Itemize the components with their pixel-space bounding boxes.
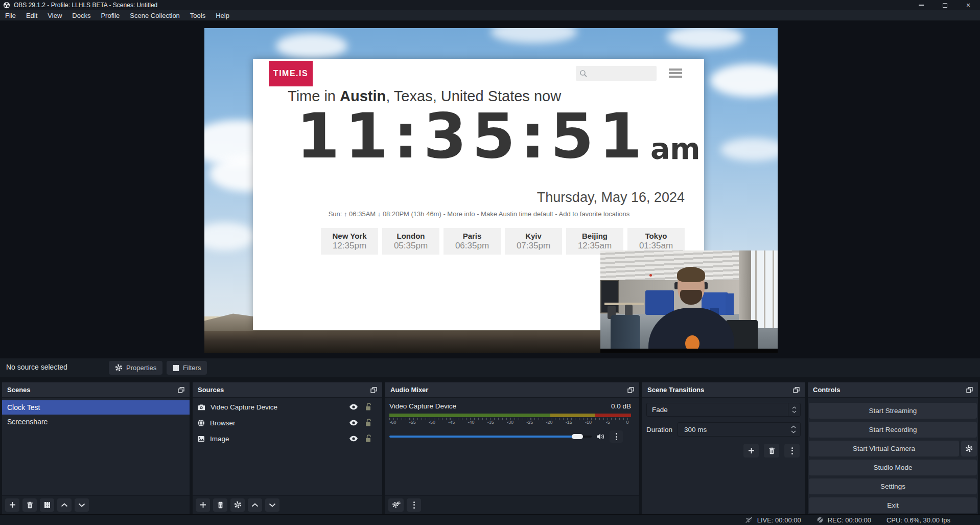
- remove-source-button[interactable]: [213, 498, 227, 512]
- close-button[interactable]: ×: [956, 0, 980, 10]
- start-virtual-camera-button[interactable]: Start Virtual Camera: [809, 441, 959, 456]
- city-time: 12:35am: [578, 241, 612, 251]
- source-label: Browser: [210, 419, 236, 427]
- cpu-fps-status: CPU: 0.6%, 30.00 fps: [886, 516, 950, 524]
- dock-area: Scenes Clock Test Screenshare Sources: [0, 377, 980, 514]
- exit-button[interactable]: Exit: [809, 497, 977, 513]
- virtual-camera-settings-button[interactable]: [961, 441, 977, 456]
- start-recording-button[interactable]: Start Recording: [809, 422, 977, 438]
- volume-slider[interactable]: [389, 436, 592, 438]
- lock-open-icon[interactable]: [365, 403, 371, 411]
- menu-scene-collection[interactable]: Scene Collection: [125, 10, 185, 20]
- scene-item-screenshare[interactable]: Screenshare: [2, 415, 190, 429]
- gear-icon: [234, 501, 242, 509]
- transition-selected-value: Fade: [652, 406, 668, 414]
- add-scene-button[interactable]: [5, 498, 19, 512]
- move-scene-up-button[interactable]: [57, 498, 72, 512]
- menu-help[interactable]: Help: [211, 10, 235, 20]
- start-streaming-button[interactable]: Start Streaming: [809, 403, 977, 419]
- timeis-search-box: [576, 66, 657, 81]
- volume-slider-row: [389, 430, 634, 443]
- person-hair: [677, 267, 705, 282]
- tick-label: -50: [427, 420, 438, 425]
- city-name: Beijing: [582, 232, 608, 240]
- settings-button[interactable]: Settings: [809, 478, 977, 494]
- source-item-image[interactable]: Image: [193, 432, 382, 445]
- remove-scene-button[interactable]: [22, 498, 37, 512]
- add-transition-button[interactable]: [743, 444, 759, 458]
- eye-visible-icon[interactable]: [349, 436, 358, 442]
- transition-select[interactable]: Fade: [646, 403, 801, 417]
- tick-label: -40: [465, 420, 477, 425]
- advanced-audio-button[interactable]: [388, 498, 404, 512]
- audio-mixer-header: Audio Mixer: [385, 382, 639, 398]
- popout-icon[interactable]: [178, 387, 184, 393]
- city-name: New York: [333, 232, 367, 240]
- combo-spinner[interactable]: [788, 403, 800, 416]
- controls-body: Start Streaming Start Recording Start Vi…: [808, 398, 978, 514]
- move-scene-down-button[interactable]: [75, 498, 89, 512]
- mixer-menu-button[interactable]: [407, 498, 421, 512]
- menu-profile[interactable]: Profile: [96, 10, 125, 20]
- sources-toolbar: [193, 495, 382, 514]
- scene-item-clock-test[interactable]: Clock Test: [2, 400, 190, 415]
- tick-label: 0: [622, 420, 633, 425]
- add-source-button[interactable]: [196, 498, 210, 512]
- duration-spinbox[interactable]: 300 ms: [678, 422, 801, 437]
- remove-transition-button[interactable]: [764, 444, 779, 458]
- lock-open-icon[interactable]: [365, 435, 371, 443]
- menu-tools[interactable]: Tools: [185, 10, 211, 20]
- sources-dock: Sources Video Capture Device Browser: [193, 382, 382, 514]
- add-favorite-link: Add to favorite locations: [559, 210, 630, 218]
- properties-button[interactable]: Properties: [109, 361, 162, 375]
- mixer-channel-menu-button[interactable]: [610, 430, 623, 443]
- popout-icon[interactable]: [793, 387, 800, 393]
- program-preview-canvas[interactable]: TIME.IS Time in Austin, Texas, United St…: [204, 28, 778, 353]
- clock-meridiem: am: [650, 134, 701, 164]
- audio-mixer-dock: Audio Mixer Video Capture Device 0.0 dB …: [385, 382, 639, 514]
- lock-open-icon[interactable]: [365, 419, 371, 427]
- more-info-link: More info: [447, 210, 475, 218]
- eye-visible-icon[interactable]: [349, 404, 358, 410]
- menu-docks[interactable]: Docks: [67, 10, 96, 20]
- source-label: Video Capture Device: [211, 403, 277, 411]
- popout-icon[interactable]: [370, 387, 377, 393]
- duration-spinner[interactable]: [791, 425, 796, 433]
- source-item-video-capture[interactable]: Video Capture Device: [193, 400, 382, 414]
- popout-icon[interactable]: [966, 387, 973, 393]
- trash-icon: [217, 501, 224, 509]
- stream-inactive-icon: [744, 516, 753, 523]
- volume-slider-handle[interactable]: [572, 434, 583, 439]
- transition-menu-button[interactable]: [784, 444, 800, 458]
- minimize-button[interactable]: [909, 0, 933, 10]
- popout-icon[interactable]: [627, 387, 634, 393]
- filters-button[interactable]: Filters: [167, 361, 207, 375]
- source-row-controls: [349, 435, 378, 443]
- menu-bar: File Edit View Docks Profile Scene Colle…: [0, 10, 980, 20]
- clock-digits: 11:35:51: [296, 105, 647, 167]
- menu-file[interactable]: File: [0, 10, 21, 20]
- status-bar: LIVE: 00:00:00 REC: 00:00:00 CPU: 0.6%, …: [0, 514, 980, 525]
- city-card: London05:35pm: [382, 228, 439, 255]
- speaker-icon[interactable]: [596, 433, 605, 440]
- maximize-button[interactable]: [933, 0, 956, 10]
- eye-visible-icon[interactable]: [349, 420, 358, 426]
- move-source-up-button[interactable]: [248, 498, 262, 512]
- menu-edit[interactable]: Edit: [21, 10, 42, 20]
- chevron-down-icon: [791, 430, 796, 433]
- window-controls: ×: [909, 0, 980, 10]
- chevron-up-icon: [251, 503, 259, 507]
- timeis-logo: TIME.IS: [269, 61, 313, 86]
- menu-view[interactable]: View: [42, 10, 67, 20]
- tick-label: -5: [602, 420, 614, 425]
- move-source-down-button[interactable]: [265, 498, 279, 512]
- mixer-channel-row: Video Capture Device 0.0 dB: [389, 402, 631, 410]
- source-item-browser[interactable]: Browser: [193, 416, 382, 429]
- source-properties-button[interactable]: [230, 498, 245, 512]
- audio-mixer-title: Audio Mixer: [390, 386, 428, 394]
- city-name: Paris: [463, 232, 482, 240]
- scene-filters-button[interactable]: [40, 498, 54, 512]
- no-source-selected-label: No source selected: [6, 363, 67, 371]
- studio-mode-button[interactable]: Studio Mode: [809, 460, 977, 475]
- cpu-fps-text: CPU: 0.6%, 30.00 fps: [886, 516, 950, 524]
